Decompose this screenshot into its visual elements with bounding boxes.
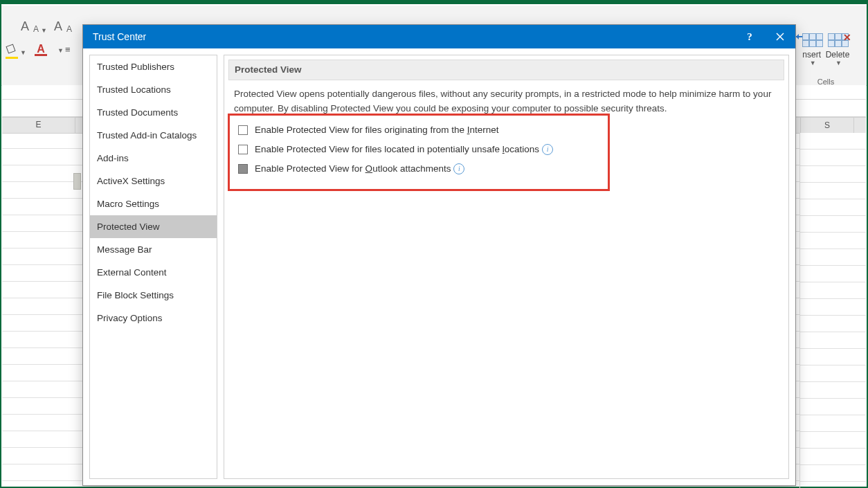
nav-item-privacy-options[interactable]: Privacy Options <box>90 307 217 329</box>
protected-view-option-1[interactable]: Enable Protected View for files located … <box>238 140 779 159</box>
close-icon <box>776 33 784 41</box>
nav-item-file-block-settings[interactable]: File Block Settings <box>90 284 217 307</box>
protected-view-option-2[interactable]: Enable Protected View for Outlook attach… <box>238 159 779 179</box>
trust-center-dialog: Trust Center ? Trusted PublishersTrusted… <box>82 24 796 486</box>
column-header-e[interactable]: E <box>2 118 75 133</box>
help-button[interactable]: ? <box>734 25 765 48</box>
close-button[interactable] <box>765 25 795 48</box>
section-description: Protected View opens potentially dangero… <box>224 80 788 116</box>
protected-view-option-0[interactable]: Enable Protected View for files originat… <box>238 120 779 140</box>
info-icon[interactable]: i <box>453 163 464 174</box>
checkbox[interactable] <box>238 125 248 135</box>
nav-item-macro-settings[interactable]: Macro Settings <box>90 192 217 215</box>
row-header-selection[interactable] <box>73 173 81 190</box>
delete-button[interactable]: ✕ Delete ▼ <box>826 33 850 66</box>
dialog-titlebar[interactable]: Trust Center ? <box>83 25 795 48</box>
fill-color-button[interactable]: ▼ <box>6 45 26 56</box>
nav-item-message-bar[interactable]: Message Bar <box>90 238 217 261</box>
font-size-buttons[interactable]: AA▼ AA <box>21 19 72 35</box>
nav-item-activex-settings[interactable]: ActiveX Settings <box>90 170 217 192</box>
ribbon-cells-group: nsert ▼ ✕ Delete ▼ Cells <box>788 6 864 85</box>
nav-item-external-content[interactable]: External Content <box>90 261 217 284</box>
nav-item-trusted-add-in-catalogs[interactable]: Trusted Add-in Catalogs <box>90 124 217 147</box>
insert-button[interactable]: nsert ▼ <box>802 33 822 66</box>
nav-item-trusted-publishers[interactable]: Trusted Publishers <box>90 55 217 78</box>
column-header-s[interactable]: S <box>800 117 854 134</box>
nav-item-trusted-locations[interactable]: Trusted Locations <box>90 78 217 101</box>
trust-center-content: Protected View Protected View opens pote… <box>224 55 789 479</box>
nav-item-protected-view[interactable]: Protected View <box>90 215 217 238</box>
checkbox-label: Enable Protected View for files located … <box>255 144 539 154</box>
checkbox-label: Enable Protected View for Outlook attach… <box>255 163 451 174</box>
checkbox-label: Enable Protected View for files originat… <box>255 125 498 135</box>
checkbox[interactable] <box>238 164 248 174</box>
section-header: Protected View <box>228 60 784 80</box>
font-color-button[interactable]: A <box>35 44 47 56</box>
trust-center-nav: Trusted PublishersTrusted LocationsTrust… <box>89 55 217 479</box>
nav-item-add-ins[interactable]: Add-ins <box>90 147 217 170</box>
grid-right-strip[interactable] <box>799 133 866 486</box>
dialog-title: Trust Center <box>93 31 146 42</box>
nav-item-trusted-documents[interactable]: Trusted Documents <box>90 101 217 124</box>
checkbox[interactable] <box>238 145 248 154</box>
align-left-button[interactable]: ≡ <box>65 44 71 55</box>
info-icon[interactable]: i <box>542 144 553 155</box>
